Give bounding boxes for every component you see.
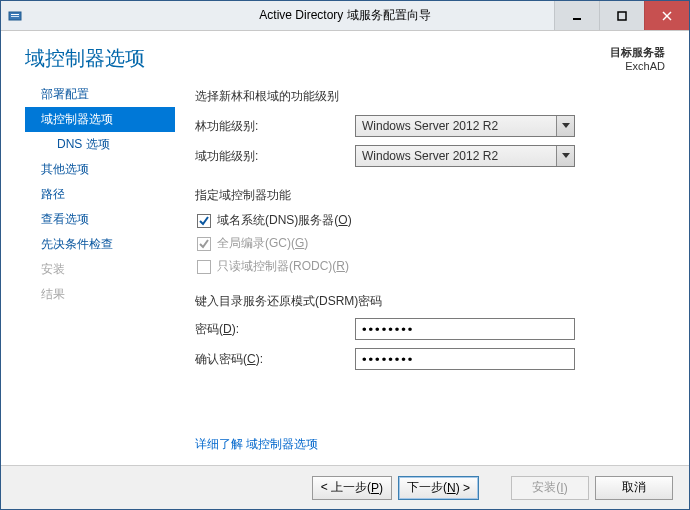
- learn-more-link[interactable]: 域控制器选项: [246, 437, 318, 451]
- sidebar-item-prereq[interactable]: 先决条件检查: [25, 232, 175, 257]
- gc-checkbox-row: 全局编录(GC)(G): [195, 235, 665, 252]
- svg-rect-2: [11, 16, 19, 17]
- password-field[interactable]: [355, 318, 575, 340]
- window-controls: [554, 1, 689, 30]
- body-row: 部署配置 域控制器选项 DNS 选项 其他选项 路径 查看选项 先决条件检查 安…: [1, 78, 689, 465]
- dns-checkbox[interactable]: [197, 214, 211, 228]
- minimize-button[interactable]: [554, 1, 599, 30]
- target-server-value: ExchAD: [610, 60, 665, 72]
- svg-rect-1: [11, 14, 19, 15]
- svg-marker-8: [562, 153, 570, 158]
- sidebar-item-results: 结果: [25, 282, 175, 307]
- gc-checkbox-label: 全局编录(GC)(G): [217, 235, 308, 252]
- password-label: 密码(D):: [195, 321, 355, 338]
- gc-checkbox: [197, 237, 211, 251]
- maximize-button[interactable]: [599, 1, 644, 30]
- main-panel: 选择新林和根域的功能级别 林功能级别: Windows Server 2012 …: [175, 82, 665, 465]
- domain-level-row: 域功能级别: Windows Server 2012 R2: [195, 145, 665, 167]
- rodc-checkbox: [197, 260, 211, 274]
- title-bar: Active Directory 域服务配置向导: [1, 1, 689, 31]
- next-button[interactable]: 下一步(N) >: [398, 476, 479, 500]
- password-row: 密码(D):: [195, 318, 665, 340]
- learn-more: 详细了解 域控制器选项: [195, 436, 665, 465]
- learn-more-prefix: 详细了解: [195, 437, 243, 451]
- capabilities-header: 指定域控制器功能: [195, 187, 665, 204]
- forest-level-value: Windows Server 2012 R2: [362, 119, 498, 133]
- dsrm-header: 键入目录服务还原模式(DSRM)密码: [195, 293, 665, 310]
- forest-level-label: 林功能级别:: [195, 118, 355, 135]
- forest-level-row: 林功能级别: Windows Server 2012 R2: [195, 115, 665, 137]
- svg-rect-4: [618, 12, 626, 20]
- content-area: 域控制器选项 目标服务器 ExchAD 部署配置 域控制器选项 DNS 选项 其…: [1, 31, 689, 509]
- functional-level-intro: 选择新林和根域的功能级别: [195, 88, 665, 105]
- domain-level-value: Windows Server 2012 R2: [362, 149, 498, 163]
- svg-marker-7: [562, 123, 570, 128]
- sidebar: 部署配置 域控制器选项 DNS 选项 其他选项 路径 查看选项 先决条件检查 安…: [25, 82, 175, 465]
- confirm-password-row: 确认密码(C):: [195, 348, 665, 370]
- footer: < 上一步(P) 下一步(N) > 安装(I) 取消: [1, 465, 689, 509]
- prev-button[interactable]: < 上一步(P): [312, 476, 392, 500]
- confirm-password-field[interactable]: [355, 348, 575, 370]
- sidebar-item-review[interactable]: 查看选项: [25, 207, 175, 232]
- sidebar-item-paths[interactable]: 路径: [25, 182, 175, 207]
- install-button: 安装(I): [511, 476, 589, 500]
- target-server: 目标服务器 ExchAD: [610, 45, 665, 72]
- rodc-checkbox-label: 只读域控制器(RODC)(R): [217, 258, 349, 275]
- rodc-checkbox-row: 只读域控制器(RODC)(R): [195, 258, 665, 275]
- sidebar-item-deployment[interactable]: 部署配置: [25, 82, 175, 107]
- domain-level-label: 域功能级别:: [195, 148, 355, 165]
- sidebar-item-install: 安装: [25, 257, 175, 282]
- chevron-down-icon: [556, 116, 574, 136]
- sidebar-item-additional[interactable]: 其他选项: [25, 157, 175, 182]
- forest-level-select[interactable]: Windows Server 2012 R2: [355, 115, 575, 137]
- domain-level-select[interactable]: Windows Server 2012 R2: [355, 145, 575, 167]
- app-icon: [7, 8, 23, 24]
- wizard-window: Active Directory 域服务配置向导 域控制器选项 目标服务器 Ex…: [0, 0, 690, 510]
- page-header: 域控制器选项 目标服务器 ExchAD: [1, 31, 689, 78]
- dns-checkbox-row[interactable]: 域名系统(DNS)服务器(O): [195, 212, 665, 229]
- confirm-password-label: 确认密码(C):: [195, 351, 355, 368]
- target-server-label: 目标服务器: [610, 45, 665, 60]
- dns-checkbox-label: 域名系统(DNS)服务器(O): [217, 212, 352, 229]
- sidebar-item-dns-options[interactable]: DNS 选项: [25, 132, 175, 157]
- cancel-button[interactable]: 取消: [595, 476, 673, 500]
- svg-rect-3: [573, 18, 581, 20]
- close-button[interactable]: [644, 1, 689, 30]
- sidebar-item-dc-options[interactable]: 域控制器选项: [25, 107, 175, 132]
- page-title: 域控制器选项: [25, 45, 145, 72]
- chevron-down-icon: [556, 146, 574, 166]
